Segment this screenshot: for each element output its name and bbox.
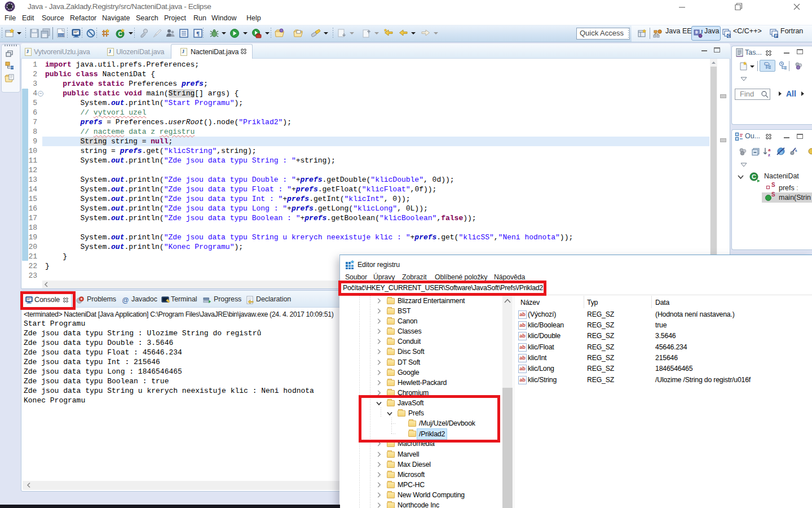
- svg-text:¶: ¶: [196, 30, 200, 37]
- svg-text:C: C: [727, 34, 730, 38]
- svg-text:F: F: [775, 34, 778, 38]
- svg-text:010: 010: [58, 33, 64, 37]
- svg-text:@: @: [122, 296, 129, 304]
- svg-text:s: s: [795, 147, 797, 153]
- svg-text:z: z: [768, 152, 770, 157]
- svg-text:C: C: [752, 173, 756, 180]
